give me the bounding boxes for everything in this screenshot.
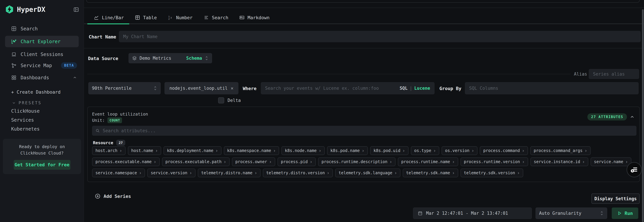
chevron-up-icon[interactable] — [73, 75, 77, 80]
sidebar-item-client-sessions[interactable]: Client Sessions — [5, 50, 79, 59]
sidebar-item-label: Search — [20, 26, 38, 31]
sidebar-item-search[interactable]: Search — [5, 24, 79, 33]
chart-line-icon — [11, 39, 16, 44]
attribute-chip[interactable]: k8s.pod.uid› — [370, 146, 408, 155]
laptop-icon — [11, 52, 16, 57]
create-dashboard-button[interactable]: + Create Dashboard — [11, 89, 61, 95]
sidebar-item-chart-explorer[interactable]: Chart Explorer — [5, 36, 79, 47]
attribute-chip[interactable]: telemetry.distro.name› — [198, 169, 260, 177]
sql-toggle[interactable]: SQL — [400, 86, 408, 91]
attribute-chip-label: process.runtime.description — [322, 159, 388, 164]
data-source-select[interactable]: Demo Metrics Schema — [128, 53, 212, 63]
chevron-right-icon: › — [216, 148, 218, 153]
attribute-chip[interactable]: service.instance.id› — [530, 157, 588, 166]
chevron-up-icon[interactable] — [630, 114, 635, 120]
preset-item-clickhouse[interactable]: ClickHouse — [11, 108, 40, 114]
time-range-value: Mar 2 12:47:01 - Mar 2 13:47:01 — [426, 211, 508, 216]
hyperdx-logo-icon — [5, 5, 14, 14]
attribute-chip[interactable]: process.runtime.name› — [398, 157, 458, 166]
attribute-chip[interactable]: telemetry.distro.version› — [263, 169, 333, 177]
attribute-chip[interactable]: os.version› — [442, 146, 478, 155]
sidebar-item-service-map[interactable]: Service Map BETA — [5, 61, 79, 70]
attribute-chip[interactable]: k8s.namespace.name› — [224, 146, 279, 155]
attribute-chip[interactable]: process.executable.name› — [92, 157, 160, 166]
app-root: HyperDX Search — [0, 0, 644, 222]
chevron-right-icon: › — [452, 170, 455, 176]
layout-grid-icon — [11, 26, 16, 31]
series-alias-input[interactable] — [589, 69, 639, 79]
brand-name: HyperDX — [17, 5, 46, 13]
attribute-chip-label: service.namespace — [96, 171, 137, 175]
attributes-count-badge[interactable]: 27 ATTRIBUTES — [588, 113, 627, 120]
attribute-chip[interactable]: host.arch› — [92, 146, 126, 155]
attribute-chip[interactable]: process.command› — [480, 146, 528, 155]
run-label: Run — [624, 211, 633, 216]
preset-item-kubernetes[interactable]: Kubernetes — [11, 126, 40, 132]
attribute-chip-label: host.name — [131, 148, 153, 153]
markdown-icon — [240, 15, 244, 20]
attribute-chip[interactable]: k8s.node.name› — [282, 146, 325, 155]
vertical-scrollbar[interactable] — [642, 9, 644, 222]
schema-link[interactable]: Schema — [186, 56, 202, 61]
attribute-search-input[interactable] — [103, 126, 633, 135]
display-settings-button[interactable]: Display Settings — [592, 194, 640, 204]
attribute-chip-label: k8s.pod.name — [330, 148, 360, 153]
sidebar-collapse-icon[interactable] — [73, 7, 79, 13]
attribute-chip[interactable]: service.name› — [590, 157, 631, 166]
sidebar-item-dashboards[interactable]: Dashboards — [5, 73, 79, 82]
tab-search[interactable]: Search — [204, 15, 228, 20]
attribute-chip[interactable]: process.command_args› — [530, 146, 590, 155]
attribute-chip[interactable]: telemetry.sdk.version› — [460, 169, 523, 177]
tab-markdown[interactable]: Markdown — [240, 15, 270, 20]
layers-icon — [132, 56, 137, 61]
tab-table[interactable]: Table — [135, 15, 157, 20]
sidebar-item-label: Chart Explorer — [20, 39, 60, 44]
metric-field-tag[interactable]: nodejs.event_loop.util × — [164, 82, 238, 94]
attribute-chip[interactable]: process.runtime.description› — [318, 157, 396, 166]
main-content: Line/Bar Table 1 2 3 Number — [84, 0, 644, 222]
get-started-button[interactable]: Get Started for Free — [14, 160, 70, 170]
attribute-chip-label: telemetry.sdk.language — [338, 171, 392, 175]
chart-name-input[interactable] — [119, 31, 640, 42]
chevrons-updown-icon — [600, 211, 604, 216]
metric-attributes-panel: Event loop utilization Unit: COUNT 27 AT… — [87, 107, 640, 182]
attribute-chip[interactable]: process.pid› — [278, 157, 316, 166]
tab-line-bar[interactable]: Line/Bar — [94, 15, 124, 20]
attribute-chip[interactable]: k8s.pod.name› — [327, 146, 368, 155]
attribute-chip[interactable]: k8s.deployment.name› — [164, 146, 221, 155]
attribute-chip[interactable]: process.runtime.version› — [460, 157, 528, 166]
delta-label: Delta — [228, 98, 241, 103]
where-label: Where — [243, 86, 256, 91]
add-series-button[interactable]: Add Series — [95, 193, 131, 199]
add-series-label: Add Series — [104, 194, 131, 199]
feedback-widget-button[interactable] — [626, 162, 642, 177]
attribute-chip[interactable]: host.name› — [128, 146, 161, 155]
list-icon — [204, 15, 209, 20]
chevron-right-icon: › — [390, 159, 392, 164]
granularity-select[interactable]: Auto Granularity — [536, 208, 607, 219]
aggregation-select[interactable]: 90th Percentile — [88, 82, 161, 94]
group-by-input[interactable] — [465, 82, 638, 94]
lucene-toggle[interactable]: Lucene — [414, 86, 430, 91]
run-button[interactable]: Run — [612, 208, 638, 219]
tab-label: Search — [212, 15, 228, 20]
preset-item-services[interactable]: Services — [11, 117, 34, 123]
presets-label: PRESETS — [18, 101, 42, 105]
delta-option: Delta — [218, 97, 241, 103]
attribute-chip[interactable]: service.namespace› — [92, 169, 145, 177]
where-search-wrap: SQL | Lucene — [261, 82, 434, 94]
sidebar-item-label: Client Sessions — [20, 52, 63, 57]
presets-header[interactable]: PRESETS — [12, 101, 42, 105]
attribute-chip[interactable]: service.version› — [147, 169, 195, 177]
tab-number[interactable]: 1 2 3 Number — [168, 15, 192, 20]
attribute-chip-label: process.executable.path — [166, 159, 222, 164]
attribute-chip[interactable]: os.type› — [411, 146, 440, 155]
close-icon[interactable]: × — [230, 85, 234, 91]
line-chart-icon — [94, 15, 99, 20]
time-range-picker[interactable]: Mar 2 12:47:01 - Mar 2 13:47:01 — [413, 208, 532, 219]
attribute-chip[interactable]: process.executable.path› — [162, 157, 230, 166]
attribute-chip[interactable]: telemetry.sdk.name› — [403, 169, 458, 177]
attribute-chip[interactable]: telemetry.sdk.language› — [335, 169, 400, 177]
delta-checkbox[interactable] — [218, 97, 224, 103]
attribute-chip[interactable]: process.owner› — [232, 157, 275, 166]
